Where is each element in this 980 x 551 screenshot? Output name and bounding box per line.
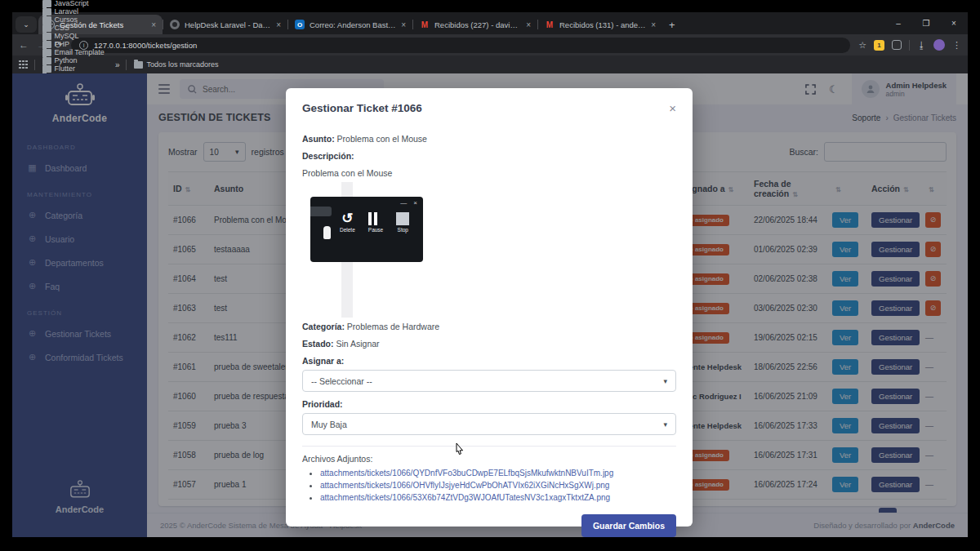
recorder-delete: ↺ Delete: [340, 211, 355, 233]
attachment-item: attachments/tickets/1066/QYDnfVFo3buCDwp…: [320, 468, 676, 478]
url-text: 127.0.0.1:8000/tickets/gestion: [94, 41, 197, 50]
gmail-favicon-icon: M: [420, 20, 430, 29]
prioridad-label: Prioridad:: [302, 399, 343, 409]
tab-title: HelpDesk Laravel - Dashboard: [185, 20, 271, 29]
categoria-row: Categoría: Problemas de Hardware: [302, 322, 676, 331]
stop-icon: [396, 212, 409, 225]
gestionar-ticket-modal: Gestionar Ticket #1066 × Asunto: Problem…: [286, 88, 693, 527]
apps-grid-icon[interactable]: [19, 60, 28, 69]
modal-body: Asunto: Problema con el Mouse Descripció…: [286, 122, 693, 502]
asignar-group: Asignar a: -- Seleccionar -- ▾: [302, 356, 676, 392]
maximize-button[interactable]: ❐: [912, 19, 940, 28]
profile-avatar-icon[interactable]: [933, 39, 945, 51]
attachment-item: attachments/tickets/1066/53X6b74ZtVDg3WJ…: [320, 492, 676, 502]
attachment-link[interactable]: attachments/tickets/1066/53X6b74ZtVDg3WJ…: [320, 493, 610, 502]
asunto-row: Asunto: Problema con el Mouse: [302, 134, 676, 144]
asignar-selected-value: -- Seleccionar --: [311, 376, 372, 386]
descripcion-value: Problema con el Mouse: [302, 168, 676, 178]
tab-helpdesk-dashboard[interactable]: HelpDesk Laravel - Dashboard ×: [163, 15, 287, 34]
tab-close-icon[interactable]: ×: [526, 20, 531, 29]
stop-label: Stop: [396, 227, 409, 233]
recorder-stop: Stop: [396, 212, 409, 233]
new-tab-button[interactable]: +: [669, 19, 675, 31]
password-extension-icon[interactable]: 1: [874, 40, 884, 51]
prioridad-select[interactable]: Muy Baja ▾: [302, 413, 676, 435]
chevron-down-icon: ▾: [663, 377, 667, 385]
back-icon[interactable]: ←: [19, 39, 29, 51]
bookmark-label: PHP: [55, 40, 70, 48]
prioridad-group: Prioridad: Muy Baja ▾: [302, 399, 676, 435]
tab-gmail-recibidos-227[interactable]: M Recibidos (227) - davisanderso... ×: [413, 15, 537, 34]
guardar-cambios-button[interactable]: Guardar Cambios: [581, 514, 676, 537]
extension-icon[interactable]: [892, 40, 902, 50]
outlook-favicon-icon: O: [295, 20, 305, 29]
bookmark-folder[interactable]: Flutter: [38, 64, 109, 73]
bookmark-label: Cursos: [55, 16, 78, 24]
close-button[interactable]: ×: [940, 19, 968, 28]
tab-close-icon[interactable]: ×: [401, 20, 406, 29]
bookmark-folder[interactable]: Cursos: [38, 16, 109, 24]
minimize-button[interactable]: –: [884, 19, 912, 28]
descripcion-label: Descripción:: [302, 151, 676, 161]
recorder-minimize-icon: —: [400, 199, 407, 207]
modal-close-icon[interactable]: ×: [669, 101, 676, 115]
bookmarks-divider: [34, 60, 35, 70]
url-bar[interactable]: i 127.0.0.1:8000/tickets/gestion: [71, 38, 850, 53]
bookmark-folder[interactable]: MySQL: [38, 32, 109, 40]
bookmark-label: CSS: [55, 24, 70, 32]
recorder-close-icon: ×: [413, 199, 417, 207]
pause-label: Pause: [368, 227, 383, 233]
bookmark-folder[interactable]: Email Template: [38, 48, 109, 56]
categoria-label: Categoría:: [302, 322, 345, 331]
all-bookmarks-label: Todos los marcadores: [146, 60, 218, 69]
modal-footer: Guardar Cambios: [286, 504, 693, 537]
bookmarks-divider: [126, 60, 127, 70]
bookmarks-bar: NodeJSASPNetCoreJavaScriptLaravelCursosC…: [12, 56, 968, 73]
site-favicon-icon: [170, 20, 180, 29]
download-icon[interactable]: ⭳: [917, 40, 926, 50]
delete-arrow-icon: ↺: [340, 211, 355, 225]
address-toolbar: ← → ⟳ i 127.0.0.1:8000/tickets/gestion ☆…: [12, 34, 968, 56]
tab-gmail-recibidos-131[interactable]: M Recibidos (131) - andercode87... ×: [538, 15, 662, 34]
toolbar-icons: ☆ 1 ⭳ ⋮: [858, 39, 961, 51]
bookmarks-overflow-icon[interactable]: »: [115, 60, 120, 69]
all-bookmarks-button[interactable]: Todos los marcadores: [130, 60, 222, 69]
bookmark-folder[interactable]: PHP: [38, 40, 109, 48]
bookmark-star-icon[interactable]: ☆: [858, 40, 866, 51]
attachments-list: attachments/tickets/1066/QYDnfVFo3buCDwp…: [320, 468, 676, 502]
recorder-pen-icon: [323, 226, 331, 239]
folder-icon: [134, 61, 143, 69]
asunto-value: Problema con el Mouse: [337, 134, 427, 144]
tab-close-icon[interactable]: ×: [276, 20, 281, 29]
bookmark-label: Email Template: [55, 48, 105, 56]
categoria-value: Problemas de Hardware: [347, 322, 439, 331]
pause-icon: [368, 211, 383, 225]
mouse-cursor-icon: [452, 442, 466, 459]
modal-title: Gestionar Ticket #1066: [302, 102, 422, 114]
menu-kebab-icon[interactable]: ⋮: [952, 40, 961, 51]
estado-row: Estado: Sin Asignar: [302, 339, 676, 349]
tab-title: Recibidos (227) - davisanderso...: [434, 20, 521, 29]
bookmark-label: Flutter: [55, 64, 76, 73]
chevron-down-icon: ▾: [663, 420, 667, 429]
attachment-link[interactable]: attachments/tickets/1066/QYDnfVFo3buCDwp…: [320, 469, 613, 478]
bookmark-folder[interactable]: JavaScript: [38, 0, 109, 7]
estado-label: Estado:: [302, 339, 334, 349]
bookmark-label: Python: [55, 56, 78, 64]
recorder-window-image: — × ↺ Delete Pause: [310, 197, 423, 262]
browser-window: ⌄ Gestión de Tickets × HelpDesk Laravel …: [12, 12, 968, 537]
bookmark-folder[interactable]: Python: [38, 56, 109, 64]
tab-close-icon[interactable]: ×: [651, 20, 656, 29]
modal-header: Gestionar Ticket #1066 ×: [286, 88, 693, 122]
asignar-select[interactable]: -- Seleccionar -- ▾: [302, 370, 676, 392]
tab-correo-outlook[interactable]: O Correo: Anderson Bastidas - O... ×: [288, 15, 412, 34]
recorder-pause: Pause: [368, 211, 383, 233]
tab-close-icon[interactable]: ×: [151, 20, 156, 29]
bookmark-folder[interactable]: Laravel: [38, 7, 109, 16]
tab-search-button[interactable]: ⌄: [16, 16, 37, 33]
bookmark-folder[interactable]: CSS: [38, 24, 109, 32]
attachment-link[interactable]: attachments/tickets/1066/OHVflyIJsjyeHdC…: [320, 481, 609, 490]
window-controls: – ❐ ×: [884, 12, 968, 34]
tab-title: Recibidos (131) - andercode87...: [559, 20, 646, 29]
estado-value: Sin Asignar: [336, 339, 379, 349]
